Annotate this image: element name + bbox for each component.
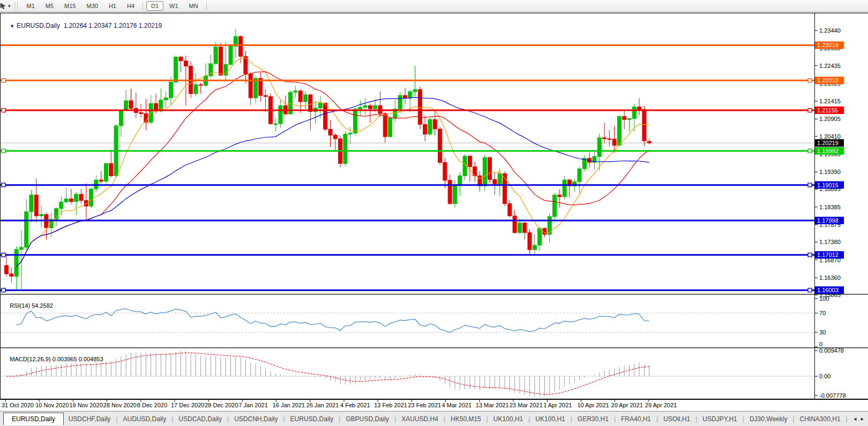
rsi-line [17, 309, 649, 333]
hline-handle[interactable] [808, 183, 812, 187]
candle-bear [139, 112, 143, 113]
axis-label: 1.20905 [819, 116, 841, 122]
toolbar-grip-handle[interactable] [14, 2, 18, 10]
candle-bull [174, 57, 178, 82]
candle-bull [617, 116, 621, 145]
hline-handle[interactable] [2, 109, 5, 112]
candle-bear [433, 119, 437, 129]
candle-bull [538, 229, 542, 245]
chart-tab-eurusd-daily[interactable]: EURUSD,Daily [286, 413, 339, 425]
axis-label: 4 Feb 2021 [340, 402, 370, 408]
candle-bull [458, 176, 462, 185]
hline-handle[interactable] [2, 183, 5, 187]
axis-label: 1 Apr 2021 [543, 402, 572, 408]
chart-expander-icon[interactable]: ▼ [10, 24, 14, 29]
chart-tab-eurusd-daily[interactable]: EURUSD,Daily [3, 413, 64, 425]
axis-label: 28 Dec 2020 [205, 402, 238, 408]
hline-handle[interactable] [808, 253, 812, 257]
candle-bull [373, 105, 377, 109]
hline-handle[interactable] [808, 149, 812, 153]
candle-bear [558, 195, 562, 196]
chart-tab-gbpusd-daily[interactable]: GBPUSD,Daily [341, 413, 394, 425]
chart-bottom-border [0, 399, 868, 400]
candle-bull [274, 124, 278, 125]
axis-label: 7 Jan 2021 [238, 402, 267, 408]
chart-tab-xauusd-h4[interactable]: XAUUSD,H4 [396, 413, 443, 425]
candle-bear [129, 101, 133, 108]
crosshair-cursor-icon [0, 2, 7, 10]
timeframe-button-m5[interactable]: M5 [41, 1, 58, 11]
candle-bull [59, 202, 63, 208]
axis-label: -0.007778 [819, 392, 846, 399]
chart-tab-china300-h1[interactable]: CHINA300,H1 [795, 413, 845, 425]
candle-bull [627, 118, 631, 119]
timeframe-button-h1[interactable]: H1 [104, 1, 121, 11]
axis-label: 16 Jan 2021 [273, 402, 305, 408]
timeframe-button-h4[interactable]: H4 [122, 1, 139, 11]
hline-handle[interactable] [2, 79, 5, 82]
chart-tab-fra40-h1[interactable]: FRA40,H1 [616, 413, 656, 425]
toolbar-separator [206, 2, 207, 10]
axis-label: 10 Apr 2021 [577, 402, 609, 408]
hline-handle[interactable] [2, 288, 5, 292]
chart-tab-usdcad-daily[interactable]: USDCAD,Daily [174, 413, 227, 425]
candle-bull [578, 169, 581, 181]
chart-tab-audusd-daily[interactable]: AUDUSD,Daily [118, 413, 171, 425]
candle-bull [64, 199, 68, 202]
timeframe-button-m30[interactable]: M30 [82, 1, 103, 11]
pane-separator[interactable] [0, 294, 868, 295]
axis-label: 1.22435 [819, 63, 841, 69]
tab-scroll-left-icon[interactable]: ◂ [851, 415, 859, 422]
axis-label: 0.00 [819, 373, 830, 379]
chart-tab-usdcnh-daily[interactable]: USDCNH,Daily [229, 413, 282, 425]
candle-bear [298, 91, 302, 102]
candle-bull [354, 109, 357, 133]
hline-handle[interactable] [2, 253, 5, 257]
candle-bear [403, 95, 407, 98]
rsi-value: 54.2582 [32, 302, 53, 309]
hline-handle[interactable] [808, 109, 812, 112]
axis-label: 20 Apr 2021 [611, 402, 643, 408]
candle-bear [179, 57, 183, 61]
candle-bull [632, 107, 636, 119]
candle-bull [229, 46, 233, 64]
chart-tab-ger30-h1[interactable]: GER30,H1 [573, 413, 613, 425]
price-axis-line [814, 13, 815, 399]
axis-label: 26 Jan 2021 [306, 402, 339, 408]
chart-tab-uk100-h1[interactable]: UK100,H1 [530, 413, 570, 425]
candle-bear [493, 180, 497, 184]
tabs-holder: EURUSD,DailyUSDCHF,Daily|AUDUSD,Daily|US… [0, 413, 851, 425]
candle-bull [254, 78, 258, 98]
pane-separator[interactable] [0, 347, 868, 348]
timeframe-button-m1[interactable]: M1 [22, 1, 40, 11]
candle-bull [304, 95, 308, 102]
timeframe-button-mn[interactable]: MN [184, 1, 203, 11]
tab-scroll-right-icon[interactable]: ▸ [858, 415, 866, 422]
axis-label: 19 Nov 2020 [69, 402, 102, 408]
axis-label: 1.20410 [819, 133, 841, 140]
candle-bull [149, 103, 153, 122]
chart-tab-dj30-weekly[interactable]: DJ30,Weekly [745, 413, 792, 425]
chart-top-border [0, 13, 868, 13]
candle-bull [553, 195, 557, 216]
chart-tab-hk50-m15[interactable]: HK50,M15 [446, 413, 486, 425]
hline-handle[interactable] [808, 288, 812, 292]
toolbar-separator [143, 2, 143, 10]
axis-label: 0 [819, 341, 822, 347]
hline-handle[interactable] [2, 149, 5, 153]
chart-tab-usoil-h1[interactable]: USOil,H1 [659, 413, 695, 425]
axis-label: 1.17380 [819, 239, 841, 245]
chart-tab-uk100-h1[interactable]: UK100,H1 [489, 413, 528, 425]
chart-tools-group[interactable]: ▾ [0, 2, 12, 10]
hline-handle[interactable] [808, 79, 812, 82]
timeframe-button-d1[interactable]: D1 [146, 1, 163, 11]
chart-tab-usdjpy-h1[interactable]: USDJPY,H1 [698, 413, 742, 425]
timeframe-button-w1[interactable]: W1 [164, 1, 183, 11]
axis-label: 23 Mar 2021 [510, 402, 543, 408]
timeframe-button-m15[interactable]: M15 [59, 1, 80, 11]
chart-tab-usdchf-daily[interactable]: USDCHF,Daily [64, 413, 116, 425]
axis-label: 8 Dec 2020 [137, 402, 167, 408]
candle-bear [647, 141, 651, 143]
candle-bull [169, 82, 173, 98]
candle-bear [249, 74, 252, 98]
